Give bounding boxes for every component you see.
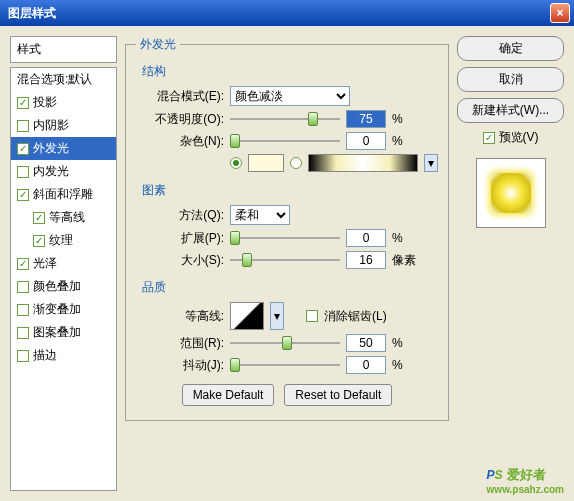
quality-heading: 品质 <box>142 279 438 296</box>
preview-label: 预览(V) <box>499 129 539 146</box>
blend-mode-select[interactable]: 颜色减淡 <box>230 86 350 106</box>
spread-input[interactable] <box>346 229 386 247</box>
style-item-外发光[interactable]: 外发光 <box>11 137 116 160</box>
spread-slider[interactable] <box>230 229 340 247</box>
opacity-input[interactable] <box>346 110 386 128</box>
opacity-slider[interactable] <box>230 110 340 128</box>
pct-unit: % <box>392 112 403 126</box>
style-item-label: 图案叠加 <box>33 324 81 341</box>
style-item-描边[interactable]: 描边 <box>11 344 116 367</box>
gradient-radio[interactable] <box>290 157 302 169</box>
blend-options-label: 混合选项:默认 <box>17 71 92 88</box>
jitter-label: 抖动(J): <box>136 357 224 374</box>
style-checkbox[interactable] <box>33 212 45 224</box>
color-radio[interactable] <box>230 157 242 169</box>
ok-button[interactable]: 确定 <box>457 36 564 61</box>
size-label: 大小(S): <box>136 252 224 269</box>
style-item-label: 纹理 <box>49 232 73 249</box>
opacity-label: 不透明度(O): <box>136 111 224 128</box>
left-panel: 样式 混合选项:默认 投影内阴影外发光内发光斜面和浮雕等高线纹理光泽颜色叠加渐变… <box>10 36 117 491</box>
blend-mode-label: 混合模式(E): <box>136 88 224 105</box>
cancel-button[interactable]: 取消 <box>457 67 564 92</box>
style-checkbox[interactable] <box>17 258 29 270</box>
style-item-光泽[interactable]: 光泽 <box>11 252 116 275</box>
style-checkbox[interactable] <box>17 143 29 155</box>
style-checkbox[interactable] <box>17 120 29 132</box>
style-item-内阴影[interactable]: 内阴影 <box>11 114 116 137</box>
style-checkbox[interactable] <box>17 166 29 178</box>
preview-checkbox[interactable] <box>483 132 495 144</box>
antialias-label: 消除锯齿(L) <box>324 308 387 325</box>
noise-slider[interactable] <box>230 132 340 150</box>
right-panel: 确定 取消 新建样式(W)... 预览(V) <box>457 36 564 491</box>
make-default-button[interactable]: Make Default <box>182 384 275 406</box>
size-slider[interactable] <box>230 251 340 269</box>
blend-options-header[interactable]: 混合选项:默认 <box>11 68 116 91</box>
style-item-内发光[interactable]: 内发光 <box>11 160 116 183</box>
titlebar: 图层样式 × <box>0 0 574 26</box>
style-list: 混合选项:默认 投影内阴影外发光内发光斜面和浮雕等高线纹理光泽颜色叠加渐变叠加图… <box>10 67 117 491</box>
noise-label: 杂色(N): <box>136 133 224 150</box>
method-select[interactable]: 柔和 <box>230 205 290 225</box>
structure-heading: 结构 <box>142 63 438 80</box>
style-item-label: 内阴影 <box>33 117 69 134</box>
range-label: 范围(R): <box>136 335 224 352</box>
style-checkbox[interactable] <box>17 189 29 201</box>
contour-dropdown-icon[interactable]: ▾ <box>270 302 284 330</box>
preview-swatch <box>491 173 531 213</box>
style-item-label: 外发光 <box>33 140 69 157</box>
style-item-label: 投影 <box>33 94 57 111</box>
style-checkbox[interactable] <box>17 350 29 362</box>
style-checkbox[interactable] <box>33 235 45 247</box>
style-item-颜色叠加[interactable]: 颜色叠加 <box>11 275 116 298</box>
style-item-label: 光泽 <box>33 255 57 272</box>
window-title: 图层样式 <box>8 5 550 22</box>
reset-default-button[interactable]: Reset to Default <box>284 384 392 406</box>
style-item-等高线[interactable]: 等高线 <box>11 206 116 229</box>
preview-box <box>476 158 546 228</box>
gradient-dropdown-icon[interactable]: ▾ <box>424 154 438 172</box>
style-item-图案叠加[interactable]: 图案叠加 <box>11 321 116 344</box>
new-style-button[interactable]: 新建样式(W)... <box>457 98 564 123</box>
style-checkbox[interactable] <box>17 304 29 316</box>
outer-glow-fieldset: 外发光 结构 混合模式(E): 颜色减淡 不透明度(O): % 杂色(N): % <box>125 36 449 421</box>
style-item-label: 等高线 <box>49 209 85 226</box>
style-item-斜面和浮雕[interactable]: 斜面和浮雕 <box>11 183 116 206</box>
dialog-content: 样式 混合选项:默认 投影内阴影外发光内发光斜面和浮雕等高线纹理光泽颜色叠加渐变… <box>0 26 574 501</box>
jitter-slider[interactable] <box>230 356 340 374</box>
style-item-label: 渐变叠加 <box>33 301 81 318</box>
style-item-投影[interactable]: 投影 <box>11 91 116 114</box>
elements-heading: 图素 <box>142 182 438 199</box>
style-checkbox[interactable] <box>17 327 29 339</box>
style-item-label: 描边 <box>33 347 57 364</box>
px-unit: 像素 <box>392 252 416 269</box>
style-item-label: 斜面和浮雕 <box>33 186 93 203</box>
styles-heading[interactable]: 样式 <box>10 36 117 63</box>
style-checkbox[interactable] <box>17 97 29 109</box>
style-checkbox[interactable] <box>17 281 29 293</box>
gradient-swatch[interactable] <box>308 154 418 172</box>
range-input[interactable] <box>346 334 386 352</box>
contour-label: 等高线: <box>136 308 224 325</box>
noise-input[interactable] <box>346 132 386 150</box>
pct-unit: % <box>392 336 403 350</box>
antialias-checkbox[interactable] <box>306 310 318 322</box>
panel-title: 外发光 <box>136 36 180 53</box>
style-item-渐变叠加[interactable]: 渐变叠加 <box>11 298 116 321</box>
range-slider[interactable] <box>230 334 340 352</box>
color-swatch[interactable] <box>248 154 284 172</box>
contour-swatch[interactable] <box>230 302 264 330</box>
size-input[interactable] <box>346 251 386 269</box>
watermark: PS 爱好者 www.psahz.com <box>487 465 564 495</box>
jitter-input[interactable] <box>346 356 386 374</box>
pct-unit: % <box>392 134 403 148</box>
close-icon[interactable]: × <box>550 3 570 23</box>
pct-unit: % <box>392 231 403 245</box>
style-item-label: 内发光 <box>33 163 69 180</box>
method-label: 方法(Q): <box>136 207 224 224</box>
style-item-纹理[interactable]: 纹理 <box>11 229 116 252</box>
style-item-label: 颜色叠加 <box>33 278 81 295</box>
mid-panel: 外发光 结构 混合模式(E): 颜色减淡 不透明度(O): % 杂色(N): % <box>125 36 449 491</box>
pct-unit: % <box>392 358 403 372</box>
spread-label: 扩展(P): <box>136 230 224 247</box>
